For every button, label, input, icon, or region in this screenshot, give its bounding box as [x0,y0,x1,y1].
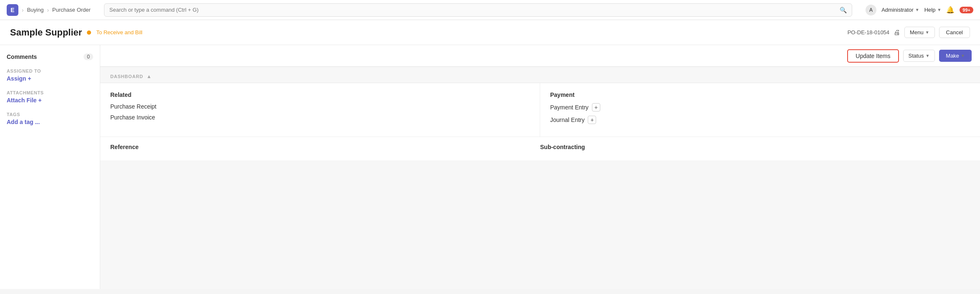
status-dropdown[interactable]: Status ▼ [903,50,935,62]
assigned-to-section: ASSIGNED TO Assign + [7,68,93,82]
notification-badge: 99+ [960,7,973,13]
add-tag-link[interactable]: Add a tag ... [7,119,40,125]
make-chevron-icon: ▼ [961,53,965,58]
top-navigation: E › Buying › Purchase Order 🔍 A Administ… [0,0,980,20]
status-dropdown-label: Status [909,53,924,59]
search-input[interactable] [109,7,836,13]
main-layout: Comments 0 ASSIGNED TO Assign + ATTACHME… [0,45,980,289]
dashboard-grid: Related Purchase Receipt Purchase Invoic… [100,83,980,137]
dashboard-title: DASHBOARD [110,74,143,79]
admin-dropdown[interactable]: Administrator ▼ [881,7,919,13]
admin-chevron-icon: ▼ [915,8,919,12]
attachments-section: ATTACHMENTS Attach File + [7,90,93,104]
sidebar: Comments 0 ASSIGNED TO Assign + ATTACHME… [0,45,100,289]
content-area: Update Items Status ▼ Make ▼ DASHBOARD ▲… [100,45,980,289]
app-icon[interactable]: E [7,4,18,16]
payment-title: Payment [550,91,970,98]
reference-row: Reference Sub-contracting [110,144,970,154]
reference-section: Reference Sub-contracting [100,137,980,160]
print-icon[interactable]: 🖨 [894,29,900,36]
nav-right: A Administrator ▼ Help ▼ 🔔 99+ [866,5,973,15]
payment-column: Payment Payment Entry + Journal Entry + [540,83,980,137]
search-bar[interactable]: 🔍 [104,3,852,17]
purchase-invoice-row: Purchase Invoice [110,114,530,121]
collapse-icon[interactable]: ▲ [147,74,152,79]
page-title: Sample Supplier [10,27,82,38]
cancel-button[interactable]: Cancel [939,27,970,38]
menu-button[interactable]: Menu ▼ [904,27,934,38]
dashboard-header: DASHBOARD ▲ [100,67,980,83]
make-button[interactable]: Make ▼ [939,50,972,62]
breadcrumb-buying[interactable]: Buying [27,7,44,13]
purchase-invoice-link[interactable]: Purchase Invoice [110,114,155,121]
comments-section: Comments 0 [7,53,93,60]
search-icon: 🔍 [840,7,847,13]
assigned-to-label: ASSIGNED TO [7,68,93,74]
assign-link[interactable]: Assign + [7,75,31,82]
payment-entry-row: Payment Entry + [550,103,970,112]
reference-title: Reference [110,144,540,150]
comments-label: Comments [7,53,37,60]
make-label: Make [946,53,959,59]
journal-entry-row: Journal Entry + [550,116,970,124]
attach-file-link[interactable]: Attach File + [7,97,42,104]
status-dot-icon [87,30,91,35]
menu-chevron-icon: ▼ [925,30,929,35]
avatar: A [866,5,876,15]
header-actions: PO-DE-18-01054 🖨 Menu ▼ Cancel [848,27,970,38]
breadcrumb-purchase-order[interactable]: Purchase Order [52,7,91,13]
tags-section: TAGS Add a tag ... [7,112,93,125]
breadcrumb-sep-1: › [22,7,24,13]
help-chevron-icon: ▼ [937,8,941,12]
related-title: Related [110,91,530,98]
purchase-receipt-link[interactable]: Purchase Receipt [110,103,157,110]
tags-label: TAGS [7,112,93,117]
journal-entry-add-icon[interactable]: + [588,116,596,124]
page-header: Sample Supplier To Receive and Bill PO-D… [0,20,980,45]
related-column: Related Purchase Receipt Purchase Invoic… [100,83,540,137]
purchase-receipt-row: Purchase Receipt [110,103,530,110]
page-title-area: Sample Supplier To Receive and Bill [10,27,142,38]
attachments-label: ATTACHMENTS [7,90,93,95]
admin-label: Administrator [881,7,914,13]
menu-label: Menu [910,29,924,35]
subcontracting-col: Sub-contracting [540,144,970,154]
po-number: PO-DE-18-01054 [848,29,889,35]
comments-row: Comments 0 [7,53,93,60]
help-dropdown[interactable]: Help ▼ [924,7,942,13]
update-items-button[interactable]: Update Items [847,49,899,63]
reference-col: Reference [110,144,540,154]
subcontracting-title: Sub-contracting [540,144,970,150]
status-label: To Receive and Bill [96,29,142,35]
payment-entry-link[interactable]: Payment Entry [550,104,589,111]
journal-entry-link[interactable]: Journal Entry [550,117,584,123]
status-chevron-icon: ▼ [925,53,929,58]
comments-count-badge: 0 [84,53,93,60]
payment-entry-add-icon[interactable]: + [592,103,600,112]
help-label: Help [924,7,936,13]
content-toolbar: Update Items Status ▼ Make ▼ [100,45,980,67]
notifications-icon[interactable]: 🔔 [946,6,955,14]
breadcrumb-sep-2: › [47,7,49,13]
